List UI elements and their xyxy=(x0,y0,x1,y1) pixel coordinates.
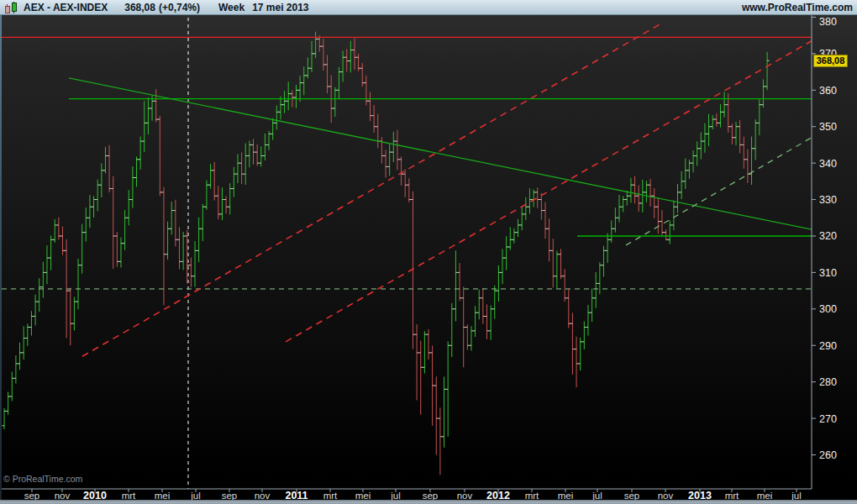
svg-text:350: 350 xyxy=(819,121,837,133)
window-left-edge xyxy=(0,14,2,500)
window-bottom-edge xyxy=(0,500,857,504)
svg-text:300: 300 xyxy=(819,303,837,315)
svg-text:340: 340 xyxy=(819,158,837,170)
title-bar: AEX - AEX-INDEX 368,08 (+0,74%) Week 17 … xyxy=(0,0,857,15)
symbol-title: AEX - AEX-INDEX xyxy=(24,2,108,13)
website-link[interactable]: www.ProRealTime.com xyxy=(742,2,853,13)
svg-text:310: 310 xyxy=(819,267,837,279)
svg-text:260: 260 xyxy=(819,449,837,461)
prorealtime-window: 380370360350340330320310300290280270260s… xyxy=(0,0,857,504)
svg-text:280: 280 xyxy=(819,376,837,388)
candlestick-logo-icon xyxy=(4,2,18,13)
svg-text:380: 380 xyxy=(819,16,837,28)
price-chart[interactable]: 380370360350340330320310300290280270260s… xyxy=(0,0,857,504)
svg-text:360: 360 xyxy=(819,85,837,97)
price-change: (+0,74%) xyxy=(159,2,200,13)
last-price-tag: 368,08 xyxy=(813,55,848,67)
watermark: © ProRealTime.com xyxy=(3,474,82,484)
last-price: 368,08 xyxy=(124,2,155,13)
svg-text:320: 320 xyxy=(819,230,837,242)
timeframe-label: Week xyxy=(218,2,244,13)
last-bar-date: 17 mei 2013 xyxy=(252,2,308,13)
svg-text:270: 270 xyxy=(819,413,837,425)
svg-text:330: 330 xyxy=(819,194,837,206)
svg-text:290: 290 xyxy=(819,340,837,352)
chart-area: 380370360350340330320310300290280270260s… xyxy=(0,0,857,504)
logo-red-candle xyxy=(5,6,10,13)
logo-green-candle xyxy=(12,3,17,12)
